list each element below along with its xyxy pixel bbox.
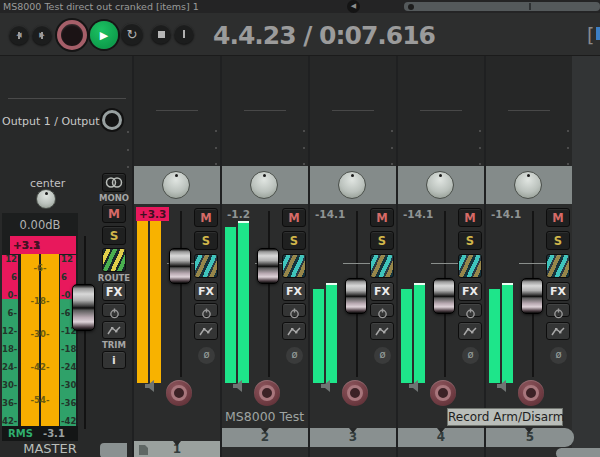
master-output-field[interactable]: Output 1 / Output 2 xyxy=(2,115,112,128)
go-to-end-button[interactable]: ▶ xyxy=(32,25,52,45)
master-mute-button[interactable]: M xyxy=(102,204,126,223)
route-button[interactable] xyxy=(370,254,394,278)
track-name[interactable]: MS8000 Test ( xyxy=(222,407,308,427)
mute-speaker-icon[interactable] xyxy=(320,379,336,393)
fader-track[interactable] xyxy=(180,211,182,377)
pan-knob[interactable] xyxy=(250,171,278,199)
fx-bypass-button[interactable] xyxy=(370,303,394,317)
mute-speaker-icon[interactable] xyxy=(496,379,512,393)
output-knob[interactable] xyxy=(102,110,122,130)
pan-knob[interactable] xyxy=(514,171,542,199)
fx-bypass-button[interactable] xyxy=(194,303,218,317)
record-arm-button[interactable] xyxy=(166,380,192,406)
mute-speaker-icon[interactable] xyxy=(408,379,424,393)
solo-button[interactable]: S xyxy=(458,231,482,250)
mute-button[interactable]: M xyxy=(370,208,394,227)
record-arm-button[interactable] xyxy=(430,380,456,406)
envelope-button[interactable] xyxy=(194,322,218,340)
stop-button[interactable] xyxy=(151,24,171,44)
fx-button[interactable]: FX xyxy=(282,282,306,301)
mute-button[interactable]: M xyxy=(458,208,482,227)
pan-knob[interactable] xyxy=(162,171,190,199)
master-gain-readout[interactable]: 0.00dB xyxy=(2,218,78,232)
track-name[interactable] xyxy=(134,407,220,427)
record-arm-button[interactable] xyxy=(342,380,368,406)
track-name[interactable] xyxy=(310,407,396,427)
master-info-button[interactable]: i xyxy=(102,351,126,369)
pan-knob[interactable] xyxy=(338,171,366,199)
master-route-button[interactable] xyxy=(102,248,126,272)
fx-bypass-button[interactable] xyxy=(546,303,570,317)
pause-button[interactable] xyxy=(174,24,194,44)
fader-knob[interactable] xyxy=(345,278,367,314)
master-pan-knob[interactable] xyxy=(36,189,56,209)
fx-bypass-button[interactable] xyxy=(458,303,482,317)
envelope-button[interactable] xyxy=(282,322,306,340)
master-solo-button[interactable]: S xyxy=(102,226,126,245)
pan-knob[interactable] xyxy=(426,171,454,199)
fader-track[interactable] xyxy=(268,211,270,377)
fader-knob[interactable] xyxy=(521,278,543,314)
horizontal-scrollbar[interactable] xyxy=(404,2,600,11)
phase-invert-button[interactable]: ø xyxy=(550,347,567,364)
track-tab[interactable]: 2 xyxy=(222,428,308,447)
peak-readout[interactable]: -14.1 xyxy=(400,207,436,221)
phase-invert-button[interactable]: ø xyxy=(286,347,303,364)
fader-knob[interactable] xyxy=(433,278,455,314)
record-arm-button[interactable] xyxy=(518,380,544,406)
loop-button[interactable]: ↻ xyxy=(121,23,143,45)
peak-readout[interactable]: -1.2 xyxy=(224,207,253,221)
envelope-button[interactable] xyxy=(370,322,394,340)
fader-knob[interactable] xyxy=(169,248,191,284)
envelope-button[interactable] xyxy=(546,322,570,340)
mute-speaker-icon[interactable] xyxy=(232,379,248,393)
phase-invert-button[interactable]: ø xyxy=(374,347,391,364)
track-tab[interactable]: 3 xyxy=(310,428,396,447)
peak-readout[interactable]: +3.3 xyxy=(136,207,169,221)
record-arm-button[interactable] xyxy=(254,380,280,406)
master-envelope-button[interactable] xyxy=(102,321,126,339)
mute-button[interactable]: M xyxy=(194,208,218,227)
route-button[interactable] xyxy=(546,254,570,278)
master-fader-track[interactable] xyxy=(84,236,86,429)
envelope-button[interactable] xyxy=(458,322,482,340)
time-display[interactable]: 4.4.23 / 0:07.616 xyxy=(213,21,435,50)
mute-button[interactable]: M xyxy=(282,208,306,227)
nav-back-icon[interactable]: ◀ xyxy=(347,0,360,13)
peak-readout[interactable]: -14.1 xyxy=(312,207,348,221)
go-to-start-button[interactable]: ◀ xyxy=(9,25,29,45)
fader-knob[interactable] xyxy=(257,248,279,284)
record-ring-icon xyxy=(523,385,539,401)
master-fx-bypass-button[interactable] xyxy=(102,303,126,317)
master-fader-knob[interactable] xyxy=(72,284,95,331)
master-peak-clip-indicator[interactable]: +3.1 +3.3 xyxy=(10,236,76,254)
route-button[interactable] xyxy=(282,254,306,278)
master-tab[interactable] xyxy=(100,443,127,457)
fx-button[interactable]: FX xyxy=(194,282,218,301)
resize-dot xyxy=(567,130,569,132)
record-button[interactable] xyxy=(57,20,87,50)
mono-button[interactable] xyxy=(102,173,126,192)
solo-button[interactable]: S xyxy=(282,231,306,250)
fx-button[interactable]: FX xyxy=(458,282,482,301)
solo-button[interactable]: S xyxy=(194,231,218,250)
track-tab[interactable]: 1 xyxy=(134,441,220,457)
solo-button[interactable]: S xyxy=(546,231,570,250)
master-fx-button[interactable]: FX xyxy=(102,282,126,301)
scrollbar-dot[interactable] xyxy=(408,4,414,10)
fx-bypass-button[interactable] xyxy=(282,303,306,317)
solo-button[interactable]: S xyxy=(370,231,394,250)
phase-invert-button[interactable]: ø xyxy=(462,347,479,364)
fx-button[interactable]: FX xyxy=(370,282,394,301)
track-tab[interactable]: 5 xyxy=(486,428,574,447)
track-tab[interactable]: 4 xyxy=(398,428,484,447)
mixer-horizontal-scrollbar[interactable] xyxy=(556,448,600,457)
play-button[interactable]: ▶ xyxy=(90,21,118,49)
route-button[interactable] xyxy=(194,254,218,278)
mute-speaker-icon[interactable] xyxy=(144,379,160,393)
phase-invert-button[interactable]: ø xyxy=(198,347,215,364)
mute-button[interactable]: M xyxy=(546,208,570,227)
route-button[interactable] xyxy=(458,254,482,278)
peak-readout[interactable]: -14.1 xyxy=(488,207,524,221)
fx-button[interactable]: FX xyxy=(546,282,570,301)
